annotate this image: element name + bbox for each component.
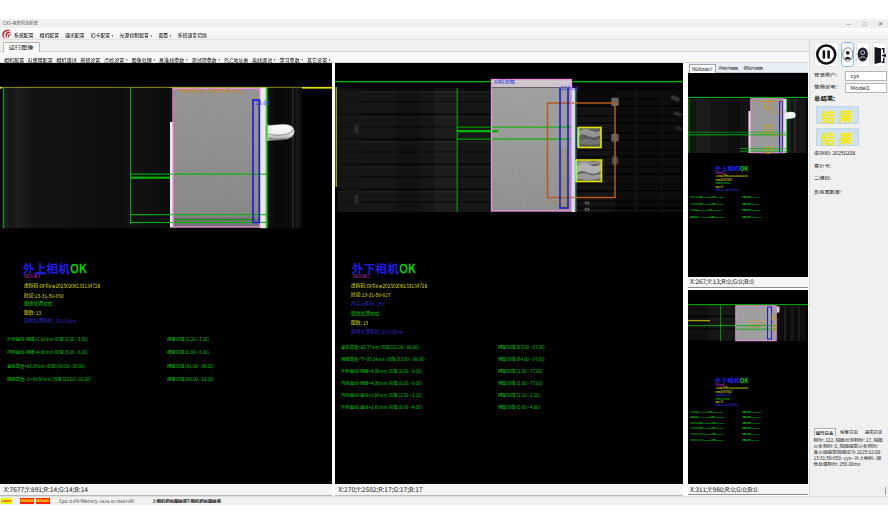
left-ng-light: NG光源:1 <box>24 274 41 279</box>
menu-item-5[interactable]: 查看▼ <box>158 30 171 40</box>
log-tab-alarm[interactable]: 报警日志 <box>838 428 860 436</box>
chevron-down-icon: ▼ <box>150 33 152 38</box>
model-input[interactable]: Model1 <box>845 83 888 93</box>
left-camera-view[interactable]: 下限阈值:93, 动态阈值:100 23.68 外上相机OK NG光源:1 虚拟… <box>0 63 332 484</box>
left-frame-count: 图数: 13 <box>24 310 41 316</box>
field-tab-count: 负极耳数量: <box>814 189 843 194</box>
mini1-meas-row-2-alarm: 报警范围:(81.00 - 85.00) <box>742 209 761 211</box>
center-verdict: OK <box>399 260 416 276</box>
menu-items: 系统配置相机配置通讯配置IO卡配置▼光源控制配置▼查看▼系统语言切换 <box>14 30 207 40</box>
mini2-line: 图像处理耗时: 163.00ms <box>716 404 739 407</box>
center-meas-row-1-alarm: 报警范围:(94.00 - 97.00) <box>498 356 545 361</box>
left-meas-row-1-value: 内侧直线-隔膜=4.60mm 范围:(3.00 - 6.00) <box>7 349 88 354</box>
mini1-threshold: 下限阈值:93, 动态阈值:100 <box>753 98 783 102</box>
log-tab-comm[interactable]: 通讯日志 <box>863 428 885 436</box>
center-ai-time: 找平AI耗时: 156 <box>351 301 385 307</box>
chevron-down-icon: ▼ <box>218 57 220 62</box>
center-meas-row-0-alarm: 报警范围:(83.00 - 87.00) <box>498 344 545 349</box>
center-frame-count: 图数: 13 <box>351 320 368 326</box>
mini2-meas-row-0-alarm: 报警范围:(83.00 - 87.00) <box>742 411 761 413</box>
result-box-lower: 结果 <box>816 128 859 146</box>
log-text: 耗时: 222, 隔膜检测耗时: 17, 隔膜分类耗时: 0, 隔膜提取分类耗时… <box>814 437 884 467</box>
center-mark-text: 0.15 (1.30) <box>547 200 562 203</box>
chevron-down-icon: ▼ <box>111 33 113 38</box>
menu-item-3[interactable]: IO卡配置▼ <box>91 30 114 40</box>
log-scrollbar[interactable] <box>885 487 887 495</box>
app-logo <box>1 28 13 40</box>
mini1-meas-row-0-alarm: 报警范围:(2.20 - 3.20) <box>742 196 759 198</box>
chevron-down-icon: ▼ <box>125 57 127 62</box>
login-user-input[interactable]: cys <box>845 71 888 81</box>
mini2-meas-row-2-value: 外侧直线-隔膜=4.38mm 范围:(0.00 - 9.00) <box>690 422 724 424</box>
center-camera-view[interactable]: AI检测框 123.68 0.15 (1.30) 外下相机OK NG光源:0 虚… <box>335 63 684 484</box>
center-barcode: 虚拟码:OFfline20250208133134728 <box>351 283 427 289</box>
center-time: 时间:13-31-59-627 <box>351 292 391 298</box>
left-meas-row-0-value: 外侧直线-隔膜=2.91mm 范围:(2.00 - 3.50) <box>7 336 88 341</box>
pause-icon <box>815 43 838 66</box>
field-needle-no: 卷针号: <box>814 163 832 168</box>
result-box-upper: 结果 <box>816 106 859 124</box>
view-tab-strip <box>0 40 888 52</box>
left-meas-row-3-value: 隔膜宽度-上=90.56mm 范围:(88.00 - 92.00) <box>7 376 91 381</box>
side-upper-scene: 下限阈值:93, 动态阈值:100 88.40 14.10 53.64 74.1… <box>688 73 808 278</box>
side-tab-ng-display[interactable]: NG成品显示 <box>689 64 717 73</box>
menu-item-1[interactable]: 相机配置 <box>40 30 60 40</box>
chevron-down-icon: ▼ <box>186 57 188 62</box>
center-meas-row-1-value: 隔膜宽度-下=95.24mm 范围:(93.00 - 98.00) <box>341 356 425 361</box>
log-tab-run[interactable]: 运行日志 <box>814 428 836 436</box>
center-meas-row-2-value: 外侧直线-隔膜=4.38mm 范围:(0.00 - 9.00) <box>341 368 422 373</box>
center-meas-row-5-alarm: 报警范围:(0.60 - 4.00) <box>498 404 540 409</box>
mini2-meas-row-4-alarm: 报警范围:(1.10 - 2.10) <box>742 433 759 435</box>
mini1-mark-3: 4.61 <box>773 135 778 139</box>
total-result-label: 总结果: <box>814 96 835 102</box>
upper-capture-label[interactable]: 上相机抓拍图结果 <box>152 499 187 503</box>
left-barcode: 虚拟码:OFfline20250208133134728 <box>24 283 100 289</box>
menu-item-4[interactable]: 光源控制配置▼ <box>120 30 153 40</box>
mini2-meas-row-5-value: 外侧直线-直线=2.61mm 范围:(0.60 - 4.00) <box>690 439 724 441</box>
exit-button[interactable] <box>872 42 887 67</box>
lower-capture-label[interactable]: 下相机抓拍图结果 <box>186 499 221 503</box>
left-threshold-label: 下限阈值:93, 动态阈值:100 <box>176 89 242 95</box>
mini2-mark-2: 23.88 14.10 <box>748 325 762 329</box>
mini1-mark-1: 53.64 74.10 <box>773 111 786 115</box>
user-admin-button[interactable] <box>856 42 870 67</box>
mini1-meas-row-2-value: 直板宽度=83.05mm 范围:(80.00 - 86.00) <box>690 209 722 211</box>
window-title: CVS-视觉检测系统 <box>3 21 38 26</box>
center-meas-row-4-alarm: 报警范围:(1.10 - 2.10) <box>498 392 540 397</box>
side-upper-status: X:267;Y:13;R:0;G:0;B:0 <box>688 277 808 288</box>
chevron-down-icon: ▼ <box>328 57 330 62</box>
mini1-meas-row-3-value: 隔膜宽度-上=90.56mm 范围:(88.00 - 92.00) <box>690 216 724 218</box>
pause-button[interactable] <box>814 42 839 67</box>
exit-icon <box>873 43 886 66</box>
side-tab-capture-views[interactable]: 抓拍内视图 <box>740 64 766 73</box>
menu-item-0[interactable]: 系统配置 <box>14 30 34 40</box>
minimize-button[interactable]: — <box>844 20 853 27</box>
comm-conn-badge: 通讯连接 <box>36 498 50 504</box>
title-bar <box>0 19 888 28</box>
mini1-meas-row-1-value: 内侧直线-隔膜=4.60mm 范围:(3.00 - 6.00) <box>690 203 724 205</box>
center-meas-row-0-value: 直板宽度=83.77mm 范围:(82.00 - 88.00) <box>341 344 419 349</box>
side-view-upper[interactable]: 下限阈值:93, 动态阈值:100 88.40 14.10 53.64 74.1… <box>688 73 808 278</box>
field-virtual-code: 虚拟码: 20250208 <box>814 150 855 155</box>
mini2-meas-row-4-value: 内侧直线-直线=1.90mm 范围:(1.00 - 2.20) <box>690 433 724 435</box>
mini2-meas-row-0-value: 直板宽度=83.77mm 范围:(82.00 - 88.00) <box>690 411 722 413</box>
mini2-meas-row-1-value: 隔膜宽度-下=95.24mm 范围:(93.00 - 98.00) <box>690 416 724 418</box>
menu-item-6[interactable]: 系统语言切换 <box>178 30 207 40</box>
center-meas-row-2-alarm: 报警范围:(2.00 - 77.00) <box>498 368 542 373</box>
chevron-down-icon: ▼ <box>169 33 171 38</box>
menu-item-2[interactable]: 通讯配置 <box>65 30 85 40</box>
mini2-meas-row-3-alarm: 报警范围:(2.00 - 77.00) <box>742 427 760 429</box>
side-view-lower[interactable]: 88.40 34.10 8.8 53.64 74.10 8.8 23.88 14… <box>688 290 808 484</box>
tab-run-image[interactable]: 运行图像 <box>3 42 40 53</box>
user-icon <box>842 43 854 66</box>
center-process-done: 图像处理完成 <box>351 311 380 317</box>
maximize-button[interactable]: □ <box>860 20 869 27</box>
left-panel-status: X:7677;Y:891;R:14;G:14;B:14 <box>0 484 332 496</box>
chevron-down-icon: ▼ <box>153 57 155 62</box>
login-user-label: 登录用户: <box>814 73 837 78</box>
left-meas-row-0-alarm: 报警范围:(2.20 - 3.20) <box>167 336 209 341</box>
user-button[interactable] <box>841 42 855 67</box>
side-tab-all-views[interactable]: 所有内视图 <box>716 64 740 73</box>
left-meas-row-2-alarm: 报警范围:(81.00 - 85.00) <box>167 363 214 368</box>
close-button[interactable]: ✕ <box>876 20 885 27</box>
